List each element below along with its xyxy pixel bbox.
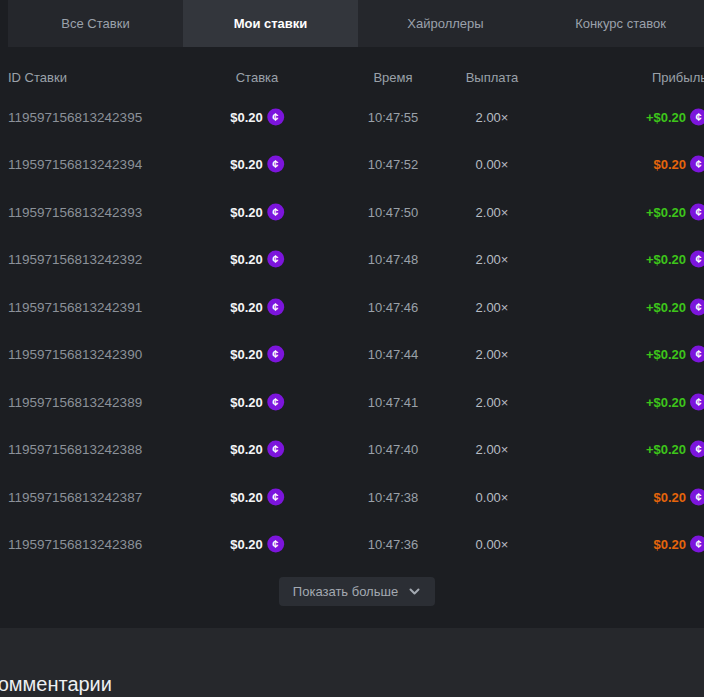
header-profit: Прибыль bbox=[652, 69, 704, 84]
bet-payout: 2.00× bbox=[476, 442, 509, 457]
bet-time: 10:47:41 bbox=[368, 394, 419, 409]
bet-profit-value: $0.20 bbox=[653, 157, 686, 172]
bet-id: 119597156813242394 bbox=[8, 157, 142, 172]
bet-id: 119597156813242391 bbox=[8, 299, 142, 314]
coin-icon: ¢ bbox=[690, 203, 704, 220]
bet-time: 10:47:38 bbox=[368, 489, 419, 504]
bet-amount-cell: $0.20 ¢ bbox=[230, 156, 284, 173]
bet-row[interactable]: 119597156813242393 $0.20 ¢ 10:47:50 2.00… bbox=[0, 188, 704, 236]
header-bet-amount: Ставка bbox=[236, 69, 279, 84]
bet-id: 119597156813242393 bbox=[8, 204, 142, 219]
bet-amount-value: $0.20 bbox=[230, 109, 263, 124]
bet-row[interactable]: 119597156813242386 $0.20 ¢ 10:47:36 0.00… bbox=[0, 521, 704, 569]
bet-row[interactable]: 119597156813242395 $0.20 ¢ 10:47:55 2.00… bbox=[0, 93, 704, 141]
coin-icon: ¢ bbox=[267, 108, 284, 125]
bet-profit-cell: $0.20 ¢ bbox=[653, 536, 704, 553]
coin-icon: ¢ bbox=[267, 488, 284, 505]
bet-profit-value: +$0.20 bbox=[646, 252, 686, 267]
tab-all-bets[interactable]: Все Ставки bbox=[8, 0, 183, 47]
bet-row[interactable]: 119597156813242391 $0.20 ¢ 10:47:46 2.00… bbox=[0, 283, 704, 331]
bet-payout: 2.00× bbox=[476, 204, 509, 219]
bet-profit-cell: $0.20 ¢ bbox=[653, 488, 704, 505]
show-more-row: Показать больше bbox=[0, 568, 704, 606]
coin-icon: ¢ bbox=[690, 488, 704, 505]
bet-amount-value: $0.20 bbox=[230, 204, 263, 219]
bet-amount-cell: $0.20 ¢ bbox=[230, 251, 284, 268]
coin-icon: ¢ bbox=[267, 251, 284, 268]
bet-row[interactable]: 119597156813242392 $0.20 ¢ 10:47:48 2.00… bbox=[0, 236, 704, 284]
bet-row[interactable]: 119597156813242388 $0.20 ¢ 10:47:40 2.00… bbox=[0, 426, 704, 474]
bet-payout: 2.00× bbox=[476, 299, 509, 314]
bet-profit-value: $0.20 bbox=[653, 537, 686, 552]
bet-amount-cell: $0.20 ¢ bbox=[230, 441, 284, 458]
coin-icon: ¢ bbox=[690, 251, 704, 268]
bet-amount-cell: $0.20 ¢ bbox=[230, 393, 284, 410]
bet-amount-cell: $0.20 ¢ bbox=[230, 298, 284, 315]
header-time: Время bbox=[373, 69, 412, 84]
bet-amount-value: $0.20 bbox=[230, 347, 263, 362]
bets-table-header: ID Ставки Ставка Время Выплата Прибыль bbox=[0, 60, 704, 93]
bet-time: 10:47:46 bbox=[368, 299, 419, 314]
bet-time: 10:47:52 bbox=[368, 157, 419, 172]
bet-time: 10:47:36 bbox=[368, 537, 419, 552]
bet-payout: 0.00× bbox=[476, 157, 509, 172]
bet-amount-value: $0.20 bbox=[230, 252, 263, 267]
bet-row[interactable]: 119597156813242387 $0.20 ¢ 10:47:38 0.00… bbox=[0, 473, 704, 521]
bet-profit-cell: +$0.20 ¢ bbox=[646, 251, 704, 268]
bet-payout: 0.00× bbox=[476, 537, 509, 552]
show-more-label: Показать больше bbox=[293, 584, 398, 599]
bet-amount-cell: $0.20 ¢ bbox=[230, 346, 284, 363]
bet-time: 10:47:55 bbox=[368, 109, 419, 124]
bet-profit-value: +$0.20 bbox=[646, 204, 686, 219]
bet-id: 119597156813242387 bbox=[8, 489, 142, 504]
bet-time: 10:47:40 bbox=[368, 442, 419, 457]
bet-time: 10:47:44 bbox=[368, 347, 419, 362]
bet-time: 10:47:50 bbox=[368, 204, 419, 219]
bet-row[interactable]: 119597156813242394 $0.20 ¢ 10:47:52 0.00… bbox=[0, 141, 704, 189]
bet-profit-cell: +$0.20 ¢ bbox=[646, 346, 704, 363]
tab-my-bets[interactable]: Мои ставки bbox=[183, 0, 358, 47]
bet-id: 119597156813242386 bbox=[8, 537, 142, 552]
bet-profit-cell: +$0.20 ¢ bbox=[646, 298, 704, 315]
coin-icon: ¢ bbox=[690, 441, 704, 458]
bet-amount-cell: $0.20 ¢ bbox=[230, 203, 284, 220]
bet-row[interactable]: 119597156813242389 $0.20 ¢ 10:47:41 2.00… bbox=[0, 378, 704, 426]
bet-amount-cell: $0.20 ¢ bbox=[230, 488, 284, 505]
header-bet-id: ID Ставки bbox=[8, 69, 67, 84]
bet-profit-value: +$0.20 bbox=[646, 109, 686, 124]
bet-amount-cell: $0.20 ¢ bbox=[230, 536, 284, 553]
tab-high-rollers[interactable]: Хайроллеры bbox=[358, 0, 533, 47]
comments-heading: Комментарии bbox=[0, 628, 704, 696]
tab-bet-contest[interactable]: Конкурс ставок bbox=[533, 0, 704, 47]
bet-id: 119597156813242388 bbox=[8, 442, 142, 457]
coin-icon: ¢ bbox=[267, 346, 284, 363]
coin-icon: ¢ bbox=[267, 156, 284, 173]
coin-icon: ¢ bbox=[267, 441, 284, 458]
bet-payout: 0.00× bbox=[476, 489, 509, 504]
coin-icon: ¢ bbox=[690, 298, 704, 315]
bet-time: 10:47:48 bbox=[368, 252, 419, 267]
coin-icon: ¢ bbox=[690, 108, 704, 125]
bet-amount-value: $0.20 bbox=[230, 442, 263, 457]
bet-profit-value: +$0.20 bbox=[646, 442, 686, 457]
bet-amount-value: $0.20 bbox=[230, 537, 263, 552]
bet-profit-cell: $0.20 ¢ bbox=[653, 156, 704, 173]
bet-amount-value: $0.20 bbox=[230, 394, 263, 409]
bet-id: 119597156813242392 bbox=[8, 252, 142, 267]
bet-amount-value: $0.20 bbox=[230, 157, 263, 172]
bet-amount-value: $0.20 bbox=[230, 489, 263, 504]
bet-profit-value: +$0.20 bbox=[646, 394, 686, 409]
coin-icon: ¢ bbox=[690, 156, 704, 173]
coin-icon: ¢ bbox=[267, 393, 284, 410]
header-payout: Выплата bbox=[466, 69, 519, 84]
bet-row[interactable]: 119597156813242390 $0.20 ¢ 10:47:44 2.00… bbox=[0, 331, 704, 379]
bet-payout: 2.00× bbox=[476, 347, 509, 362]
bet-profit-cell: +$0.20 ¢ bbox=[646, 108, 704, 125]
chevron-down-icon bbox=[408, 585, 421, 598]
coin-icon: ¢ bbox=[267, 536, 284, 553]
show-more-button[interactable]: Показать больше bbox=[279, 577, 435, 606]
coin-icon: ¢ bbox=[267, 298, 284, 315]
bet-payout: 2.00× bbox=[476, 109, 509, 124]
bet-profit-cell: +$0.20 ¢ bbox=[646, 441, 704, 458]
coin-icon: ¢ bbox=[690, 393, 704, 410]
